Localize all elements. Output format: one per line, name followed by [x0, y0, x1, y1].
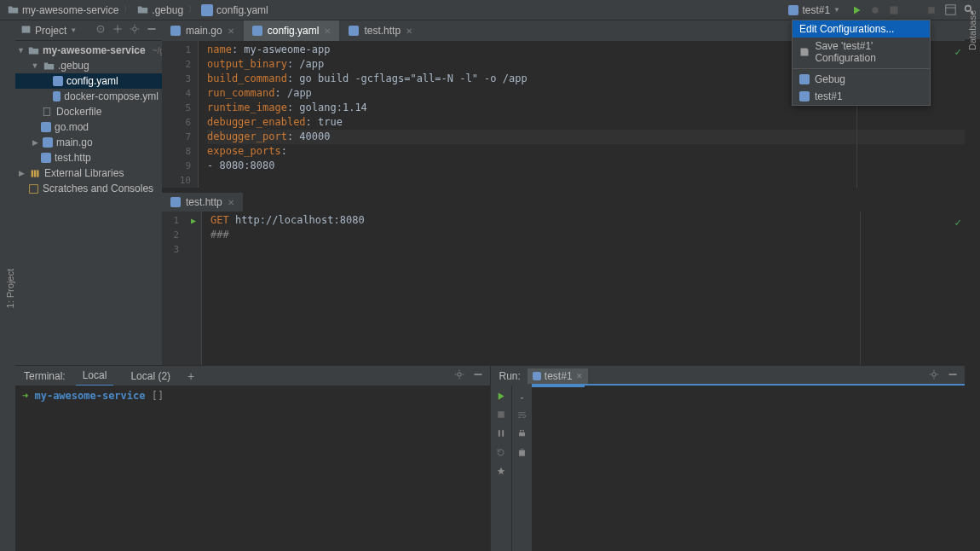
breadcrumb-root[interactable]: my-awesome-service [3, 4, 122, 16]
code-area[interactable]: GET http://localhost:8080### ✓ [201, 212, 965, 365]
coverage-button[interactable] [886, 3, 902, 18]
tab-label: test.http [364, 25, 401, 37]
database-label: Database [967, 9, 977, 49]
terminal-settings-button[interactable] [454, 369, 464, 382]
http-file-icon [170, 197, 181, 207]
inspection-ok-icon[interactable]: ✓ [954, 215, 961, 229]
close-icon[interactable]: ✕ [228, 26, 234, 36]
rerun-button[interactable] [494, 389, 508, 403]
add-terminal-button[interactable]: + [187, 369, 194, 383]
settings-button[interactable] [130, 24, 140, 37]
tree-item-label: go.mod [55, 121, 89, 133]
run-settings-button[interactable] [929, 369, 939, 382]
run-output-area[interactable] [532, 384, 966, 551]
project-icon [20, 24, 32, 38]
tree-file-main-go[interactable]: ▶ main.go [15, 135, 162, 150]
split-editor-tab[interactable]: test.http ✕ [162, 193, 243, 212]
breadcrumb-folder[interactable]: .gebug [133, 4, 187, 16]
folder-icon [28, 44, 39, 56]
layout-settings-button[interactable] [943, 3, 958, 18]
run-config-selector[interactable]: test#1 ▼ [783, 4, 845, 16]
save-icon [799, 46, 810, 58]
run-header: Run: test#1 ✕ [491, 365, 966, 386]
svg-rect-24 [519, 432, 525, 436]
pin-button[interactable] [494, 464, 508, 478]
hide-button[interactable] [147, 24, 157, 37]
tree-file-config-yaml[interactable]: config.yaml [15, 73, 162, 89]
breadcrumb-file[interactable]: config.yaml [198, 4, 272, 16]
expand-all-button[interactable] [112, 24, 123, 37]
tree-file-docker-compose[interactable]: docker-compose.yml [15, 89, 162, 104]
run-gutter: ▶ [186, 212, 201, 365]
stop-button[interactable] [494, 408, 508, 421]
tab-config-yaml[interactable]: config.yaml ✕ [244, 20, 340, 41]
gutter-run-icon[interactable]: ▶ [191, 213, 196, 228]
chevron-down-icon: ▼ [833, 6, 840, 14]
folder-icon [43, 60, 55, 72]
chevron-down-icon[interactable]: ▼ [31, 61, 39, 70]
svg-rect-18 [474, 374, 481, 375]
left-toolwindow-bar: 1: Project 2: Favorites 7: Structure [0, 20, 15, 551]
run-config-chip[interactable]: test#1 ✕ [527, 368, 588, 384]
tree-external-libraries[interactable]: ▶ External Libraries [15, 165, 162, 181]
pause-output-button[interactable] [494, 426, 508, 440]
dropdown-separator [793, 68, 930, 69]
run-toolbar-secondary [511, 386, 532, 551]
tree-folder-gebug[interactable]: ▼ .gebug [15, 58, 162, 73]
terminal-hide-button[interactable] [473, 369, 483, 382]
dropdown-config-gebug[interactable]: Gebug [793, 71, 930, 88]
tree-item-label: .gebug [58, 60, 89, 72]
inspection-ok-icon[interactable]: ✓ [954, 44, 961, 59]
tree-item-hint: ~/go/ [153, 46, 162, 55]
close-icon[interactable]: ✕ [406, 26, 412, 36]
svg-rect-20 [949, 374, 957, 375]
prompt-cursor: [] [152, 390, 164, 402]
scroll-to-end-button[interactable] [515, 389, 528, 403]
close-icon[interactable]: ✕ [228, 198, 234, 207]
clear-all-button[interactable] [515, 445, 528, 459]
go-file-icon [170, 26, 181, 36]
tab-main-go[interactable]: main.go ✕ [162, 20, 243, 41]
project-view-selector[interactable]: Project ▼ [20, 24, 77, 38]
http-icon [533, 372, 541, 380]
dropdown-config-test1[interactable]: test#1 [793, 88, 930, 105]
print-button[interactable] [515, 426, 528, 440]
dropdown-save-configuration[interactable]: Save 'test#1' Configuration [793, 38, 930, 67]
terminal-body[interactable]: ➜ my-awesome-service [] [15, 386, 490, 551]
collapse-all-button[interactable] [95, 24, 106, 37]
dropdown-edit-configurations[interactable]: Edit Configurations... [793, 20, 930, 38]
tree-root[interactable]: ▼ my-awesome-service ~/go/ [15, 43, 162, 58]
tab-test-http[interactable]: test.http ✕ [340, 20, 421, 41]
toolwindow-database-tab[interactable]: Database [965, 20, 980, 39]
debug-button[interactable] [868, 3, 883, 18]
close-icon[interactable]: ✕ [324, 26, 331, 36]
editor-test-http[interactable]: 123 ▶ GET http://localhost:8080### ✓ [162, 212, 965, 365]
svg-rect-13 [31, 170, 32, 177]
chevron-down-icon: ▼ [70, 26, 77, 34]
run-panel: Run: test#1 ✕ [491, 365, 966, 551]
tree-file-dockerfile[interactable]: Dockerfile [15, 104, 162, 119]
terminal-tab-local2[interactable]: Local (2) [124, 366, 177, 386]
run-hide-button[interactable] [948, 369, 958, 382]
run-title: Run: [499, 370, 521, 382]
profile-button[interactable] [905, 3, 920, 18]
restart-button[interactable] [494, 445, 508, 459]
chevron-right-icon[interactable]: ▶ [17, 169, 26, 177]
terminal-tab-local[interactable]: Local [76, 366, 114, 386]
dropdown-item-label: Save 'test#1' Configuration [815, 40, 923, 64]
soft-wrap-button[interactable] [515, 408, 528, 421]
project-tree[interactable]: ▼ my-awesome-service ~/go/ ▼ .gebug conf… [15, 41, 162, 365]
close-icon[interactable]: ✕ [576, 372, 583, 380]
chevron-right-icon[interactable]: ▶ [31, 138, 39, 147]
svg-rect-2 [928, 7, 935, 14]
tree-file-go-mod[interactable]: go.mod [15, 119, 162, 135]
run-button[interactable] [849, 3, 864, 18]
tree-item-label: config.yaml [66, 75, 118, 87]
tree-file-test-http[interactable]: test.http [15, 150, 162, 165]
tree-scratches[interactable]: Scratches and Consoles [15, 181, 162, 196]
library-icon [29, 167, 41, 179]
toolwindow-project-tab[interactable]: 1: Project [5, 269, 15, 308]
prompt-path: my-awesome-service [34, 390, 145, 402]
stop-button[interactable] [924, 3, 939, 18]
chevron-down-icon[interactable]: ▼ [17, 46, 25, 55]
